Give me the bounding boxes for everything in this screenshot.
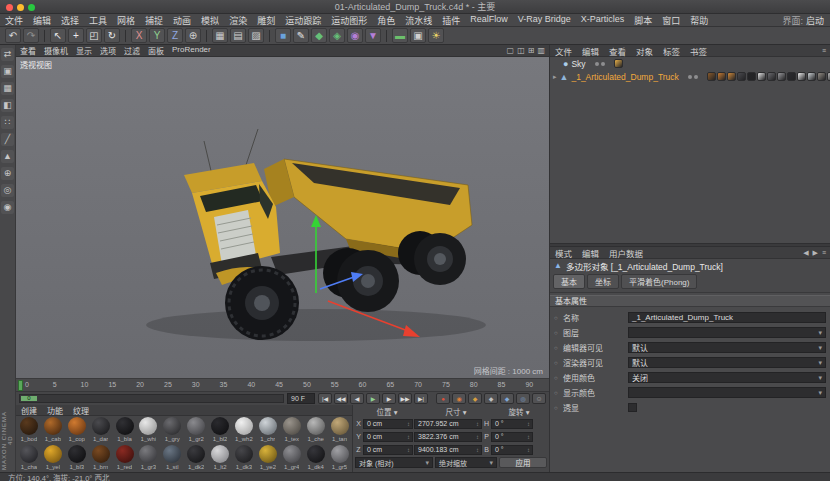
material-item[interactable]: 1_bod (17, 416, 41, 444)
rotation-p-field[interactable]: 0 °↕ (491, 432, 533, 442)
tab-basic[interactable]: 基本 (553, 274, 585, 289)
play-button[interactable]: ▶ (366, 393, 380, 404)
menubar-item[interactable]: 插件 (437, 14, 465, 27)
viewport-menu[interactable]: 查看 (16, 45, 40, 56)
texture-tag-icon[interactable] (614, 59, 623, 68)
material-preview-sphere[interactable] (187, 445, 205, 463)
name-input[interactable]: _1_Articulated_Dump_Truck (628, 312, 826, 323)
edges-mode-icon[interactable]: ╱ (1, 133, 14, 146)
display-color-select[interactable]: ▾ (628, 387, 826, 398)
redo-icon[interactable]: ↷ (23, 28, 39, 43)
solo-mode-icon[interactable]: ◎ (1, 184, 14, 197)
minimize-button[interactable] (17, 4, 24, 11)
object-manager-menu[interactable]: 书签 (685, 45, 712, 57)
material-preview-sphere[interactable] (307, 417, 325, 435)
coord-mode-select[interactable]: 对象 (相对) ▾ (355, 457, 433, 468)
material-item[interactable]: 1_gr5 (328, 444, 352, 472)
visibility-dot-editor[interactable] (595, 62, 599, 66)
coord-header-1[interactable]: 尺寸 ▾ (419, 406, 493, 417)
record-keyframe-button[interactable]: ● (436, 393, 450, 404)
material-item[interactable]: 1_bl2 (208, 416, 232, 444)
menubar-item[interactable]: 网格 (112, 14, 140, 27)
subdivision-surface-icon[interactable]: ◆ (311, 28, 327, 43)
menubar-item[interactable]: 角色 (372, 14, 400, 27)
viewport-menu[interactable]: 显示 (72, 45, 96, 56)
texture-mode-icon[interactable]: ▦ (1, 82, 14, 95)
menubar-item[interactable]: 帮助 (685, 14, 713, 27)
texture-tag-icon[interactable] (797, 72, 806, 81)
texture-tag-icon[interactable] (767, 72, 776, 81)
stepper-icon[interactable]: ↕ (527, 434, 530, 440)
layer-select[interactable]: ▾ (628, 327, 826, 338)
material-menu[interactable]: 功能 (42, 405, 68, 416)
zoom-button[interactable] (28, 4, 35, 11)
coordinate-system-icon[interactable]: ⊕ (185, 28, 201, 43)
menubar-item[interactable]: 捕捉 (140, 14, 168, 27)
goto-end-button[interactable]: ▶| (414, 393, 428, 404)
texture-tag-icon[interactable] (727, 72, 736, 81)
texture-tag-icon[interactable] (707, 72, 716, 81)
timeline-slider[interactable]: 0 (19, 394, 284, 403)
attribute-menu[interactable]: 模式 (550, 247, 577, 259)
material-preview-sphere[interactable] (92, 417, 110, 435)
object-name[interactable]: Sky (571, 59, 585, 69)
rotation-b-field[interactable]: 0 °↕ (491, 445, 533, 455)
key-dot[interactable]: ○ (554, 315, 560, 321)
object-manager-menu[interactable]: 标签 (658, 45, 685, 57)
history-forward-icon[interactable]: ▶ (813, 249, 818, 257)
menubar-item[interactable]: 脚本 (629, 14, 657, 27)
coord-size-mode-select[interactable]: 绝对缩放 ▾ (435, 457, 497, 468)
convert-icon[interactable]: ⇄ (1, 48, 14, 61)
material-item[interactable]: 1_gr3 (136, 444, 160, 472)
material-menu[interactable]: 创建 (16, 405, 42, 416)
material-item[interactable]: 1_yel (41, 444, 65, 472)
mograph-icon[interactable]: ◉ (347, 28, 363, 43)
live-selection-icon[interactable]: ↖ (50, 28, 66, 43)
material-preview-sphere[interactable] (283, 445, 301, 463)
record-scale-button[interactable]: ◆ (484, 393, 498, 404)
object-manager-menu[interactable]: 查看 (604, 45, 631, 57)
viewport-canvas[interactable]: 透视视图 网格间距 : 1000 cm (16, 57, 549, 378)
close-button[interactable] (6, 4, 13, 11)
visibility-dot-renderer[interactable] (694, 75, 698, 79)
menubar-item[interactable]: 渲染 (224, 14, 252, 27)
panel-options-icon[interactable]: ≡ (822, 249, 826, 257)
material-preview-sphere[interactable] (283, 417, 301, 435)
material-preview-sphere[interactable] (163, 417, 181, 435)
move-tool-icon[interactable]: + (68, 28, 84, 43)
material-preview-sphere[interactable] (68, 417, 86, 435)
material-preview-sphere[interactable] (116, 417, 134, 435)
camera-icon[interactable]: ▣ (410, 28, 426, 43)
menubar-item[interactable]: 运动跟踪 (280, 14, 326, 27)
texture-tag-icon[interactable] (807, 72, 816, 81)
material-preview-sphere[interactable] (235, 445, 253, 463)
view-layout-rows-icon[interactable]: ▥ (537, 46, 545, 55)
rotation-h-field[interactable]: 0 °↕ (491, 419, 533, 429)
view-layout-single-icon[interactable]: ▢ (507, 46, 515, 55)
prev-frame-button[interactable]: ◀ (350, 393, 364, 404)
material-preview-sphere[interactable] (20, 417, 38, 435)
material-preview-sphere[interactable] (44, 417, 62, 435)
material-item[interactable]: 1_cop (65, 416, 89, 444)
viewport-menu[interactable]: 摄像机 (40, 45, 72, 56)
object-row[interactable]: ●Sky (550, 57, 830, 70)
material-item[interactable]: 1_brn (89, 444, 113, 472)
material-preview-sphere[interactable] (139, 417, 157, 435)
viewport-menu[interactable]: 过滤 (120, 45, 144, 56)
menubar-item[interactable]: X-Particles (576, 14, 630, 27)
material-item[interactable]: 1_whi (136, 416, 160, 444)
object-manager-menu[interactable]: 对象 (631, 45, 658, 57)
material-item[interactable]: 1_wh2 (232, 416, 256, 444)
record-position-button[interactable]: ◆ (468, 393, 482, 404)
menubar-item[interactable]: 窗口 (657, 14, 685, 27)
key-dot[interactable]: ○ (554, 390, 560, 396)
material-item[interactable]: 1_cab (41, 416, 65, 444)
deformer-icon[interactable]: ▼ (365, 28, 381, 43)
record-rotation-button[interactable]: ◆ (500, 393, 514, 404)
view-label[interactable]: 透视视图 (20, 59, 52, 70)
goto-start-button[interactable]: |◀ (318, 393, 332, 404)
render-view-icon[interactable]: ▦ (212, 28, 228, 43)
position-y-field[interactable]: 0 cm↕ (363, 432, 413, 442)
material-preview-sphere[interactable] (331, 445, 349, 463)
position-z-field[interactable]: 0 cm↕ (363, 445, 413, 455)
